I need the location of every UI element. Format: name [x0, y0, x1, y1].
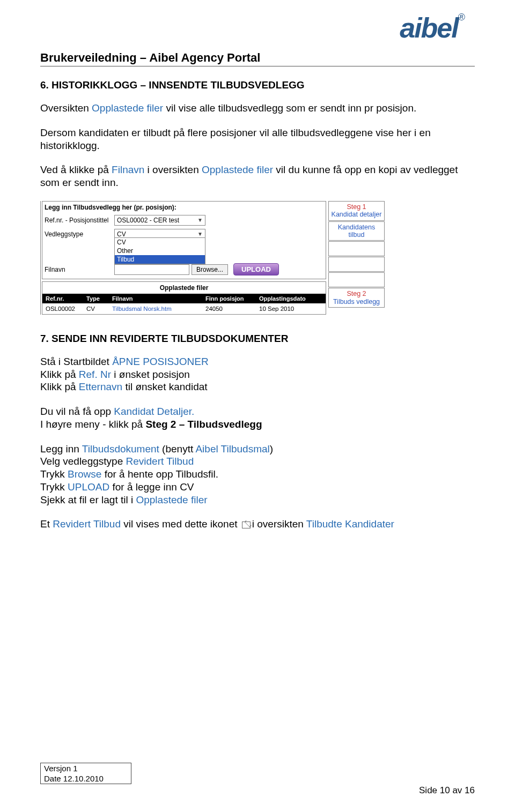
dd-other[interactable]: Other — [115, 247, 205, 255]
side-kandidat-tilbud[interactable]: Kandidatens tilbud — [328, 221, 385, 241]
s7-l7-link: Revidert Tilbud — [126, 456, 194, 467]
row-type: Vedleggstype CV ▼ CV Other Tilbud — [45, 227, 323, 241]
chevron-down-icon: ▼ — [197, 217, 203, 223]
s7-l5: I høyre meny - klikk på Steg 2 – Tilbuds… — [40, 418, 475, 431]
steg2-sub: Tilbuds vedlegg — [333, 298, 380, 306]
section6-p1: Oversikten Opplastede filer vil vise all… — [40, 102, 475, 115]
browse-button[interactable]: Browse... — [192, 264, 228, 275]
side-empty-3 — [328, 272, 385, 287]
aibel-logo: aibel® — [400, 12, 464, 44]
section6-p3: Ved å klikke på Filnavn i oversikten Opp… — [40, 163, 475, 189]
footer-version: Versjon 1 — [41, 763, 131, 773]
s7-l7: Velg vedleggstype Revidert Tilbud — [40, 455, 475, 468]
steg2-title: Steg 2 — [347, 290, 366, 297]
uh-type: Type — [83, 294, 109, 303]
s7-l11: Et Revidert Tilbud vil vises med dette i… — [40, 518, 475, 531]
uploaded-header: Ref.nr. Type Filnavn Finn posisjon Oppla… — [42, 294, 326, 303]
ur-fil[interactable]: Tilbudsmal Norsk.htm — [109, 303, 202, 314]
s7-l9-link: UPLOAD — [68, 481, 109, 493]
s7-l4-link: Kandidat Detaljer. — [114, 406, 194, 417]
ur-type: CV — [83, 303, 109, 314]
screenshot-left: Legg inn Tilbudsvedlegg her (pr. posisjo… — [42, 201, 326, 315]
envelope-icon — [242, 522, 251, 528]
s7-l8-pre: Trykk — [40, 468, 68, 480]
uploaded-files-panel: Opplastede filer Ref.nr. Type Filnavn Fi… — [42, 281, 326, 315]
screenshot-sidebar: Steg 1 Kandidat detaljer Kandidatens til… — [328, 201, 385, 315]
row-ref: Ref.nr. - Posisjonstittel OSL00002 - CER… — [45, 213, 323, 227]
s7-l7-pre: Velg vedleggstype — [40, 456, 126, 467]
panel-title: Legg inn Tilbudsvedlegg her (pr. posisjo… — [45, 204, 323, 211]
s7-l11-post: i oversikten — [252, 518, 306, 530]
type-label: Vedleggstype — [45, 230, 114, 238]
side-empty-1 — [328, 241, 385, 256]
s7-l2: Klikk på Ref. Nr i ønsket posisjon — [40, 368, 475, 381]
side-steg2[interactable]: Steg 2 Tilbuds vedlegg — [328, 288, 385, 308]
title-rule — [40, 66, 475, 66]
footer-date: Date 12.10.2010 — [41, 773, 131, 784]
s7-l6-post: ) — [270, 443, 273, 455]
footer-box: Versjon 1 Date 12.10.2010 — [40, 763, 131, 784]
side-empty-2 — [328, 257, 385, 272]
s7-l11-l1: Revidert Tilbud — [53, 518, 121, 530]
uh-pos: Finn posisjon — [202, 294, 256, 303]
ref-select[interactable]: OSL00002 - CER test ▼ — [114, 215, 205, 226]
ur-dato: 10 Sep 2010 — [256, 303, 326, 314]
dd-tilbud[interactable]: Tilbud — [115, 255, 205, 264]
kt-label: Kandidatens tilbud — [338, 224, 376, 239]
s7-l5-bold: Steg 2 – Tilbudsvedlegg — [145, 419, 262, 430]
s7-l2-pre: Klikk på — [40, 369, 79, 380]
logo-reg: ® — [458, 12, 464, 23]
uh-ref: Ref.nr. — [42, 294, 83, 303]
p3-l2: Opplastede filer — [202, 164, 273, 175]
uh-dato: Opplastingsdato — [256, 294, 326, 303]
upload-button[interactable]: UPLOAD — [233, 263, 279, 275]
type-dropdown: CV Other Tilbud — [114, 237, 205, 264]
s7-l3-post: til ønsket kandidat — [122, 381, 207, 392]
steg1-title: Steg 1 — [347, 203, 366, 211]
row-file: Filnavn Browse... UPLOAD — [45, 263, 323, 277]
p1-link: Opplastede filer — [92, 102, 163, 114]
dd-cv[interactable]: CV — [115, 238, 205, 247]
s7-l8-link: Browse — [68, 468, 101, 480]
uh-fil: Filnavn — [109, 294, 202, 303]
s7-l6-l1: Tilbudsdokument — [82, 443, 159, 455]
s7-l2-post: i ønsket posisjon — [111, 369, 190, 380]
ref-label: Ref.nr. - Posisjonstittel — [45, 217, 114, 224]
s7-l6-pre: Legg inn — [40, 443, 82, 455]
s7-l9-post: for å legge inn CV — [109, 481, 194, 493]
s7-l3-link: Etternavn — [79, 381, 122, 392]
document-page: aibel® Brukerveiledning – Aibel Agency P… — [0, 0, 515, 812]
s7-l6-l2: Aibel Tilbudsmal — [195, 443, 269, 455]
p1-pre: Oversikten — [40, 102, 92, 114]
logo-text: aibel — [400, 12, 458, 43]
s7-l3-pre: Klikk på — [40, 381, 79, 392]
s7-l4-pre: Du vil nå få opp — [40, 406, 114, 417]
section6-heading: 6. HISTORIKKLOGG – INNSENDTE TILBUDSVEDL… — [40, 79, 475, 91]
s7-l1: Stå i Startbildet ÅPNE POSISJONER — [40, 355, 475, 368]
steg1-sub: Kandidat detaljer — [332, 211, 382, 218]
ur-pos: 24050 — [202, 303, 256, 314]
s7-l8-post: for å hente opp Tilbudsfil. — [101, 468, 218, 480]
s7-l6: Legg inn Tilbudsdokument (benytt Aibel T… — [40, 443, 475, 456]
uploaded-row: OSL00002 CV Tilbudsmal Norsk.htm 24050 1… — [42, 303, 326, 314]
s7-l4: Du vil nå få opp Kandidat Detaljer. — [40, 405, 475, 418]
s7-l5-pre: I høyre meny - klikk på — [40, 419, 145, 430]
s7-l3: Klikk på Etternavn til ønsket kandidat — [40, 381, 475, 393]
side-steg1[interactable]: Steg 1 Kandidat detaljer — [328, 201, 385, 221]
section7-heading: 7. SENDE INN REVIDERTE TILBUDSDOKUMENTER — [40, 333, 475, 345]
chevron-down-icon: ▼ — [197, 231, 203, 237]
s7-l10-link: Opplastede filer — [136, 494, 207, 505]
file-input[interactable] — [114, 264, 189, 275]
section6-p2: Dersom kandidaten er tilbudt på flere po… — [40, 126, 475, 152]
s7-l2-link: Ref. Nr — [79, 369, 111, 380]
type-value: CV — [117, 230, 126, 238]
s7-l1-pre: Stå i Startbildet — [40, 356, 112, 367]
file-label: Filnavn — [45, 266, 114, 273]
p3-mid: i oversikten — [144, 164, 202, 175]
s7-l11-mid: vil vises med dette ikonet — [121, 518, 240, 530]
s7-l9-pre: Trykk — [40, 481, 68, 493]
footer-page: Side 10 av 16 — [40, 785, 475, 796]
form-screenshot: Legg inn Tilbudsvedlegg her (pr. posisjo… — [40, 201, 475, 315]
s7-l9: Trykk UPLOAD for å legge inn CV — [40, 481, 475, 494]
ref-value: OSL00002 - CER test — [117, 217, 179, 224]
